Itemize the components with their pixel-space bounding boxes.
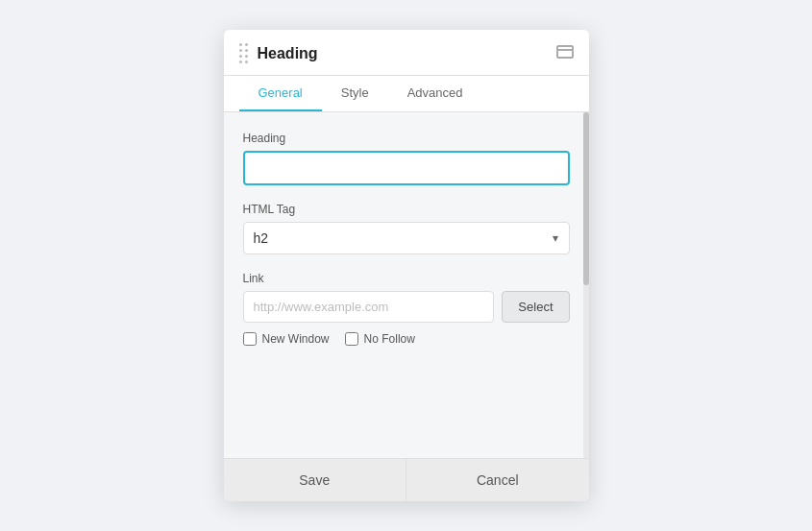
html-tag-label: HTML Tag bbox=[243, 203, 570, 216]
tab-style[interactable]: Style bbox=[322, 76, 388, 111]
no-follow-checkbox[interactable] bbox=[345, 332, 358, 346]
new-window-checkbox[interactable] bbox=[243, 332, 257, 346]
heading-input[interactable] bbox=[243, 151, 570, 185]
new-window-checkbox-label[interactable]: New Window bbox=[243, 332, 330, 346]
link-field-group: Link Select New Window No Follow bbox=[243, 272, 570, 346]
html-tag-field-group: HTML Tag h2 h1 h3 h4 h5 h6 div span p ▾ bbox=[243, 203, 570, 254]
select-button[interactable]: Select bbox=[502, 291, 569, 323]
scrollbar-track[interactable] bbox=[583, 112, 589, 458]
dialog: Heading General Style Advanced Heading H… bbox=[224, 30, 589, 501]
html-tag-select-wrapper: h2 h1 h3 h4 h5 h6 div span p ▾ bbox=[243, 222, 570, 254]
checkbox-row: New Window No Follow bbox=[243, 332, 570, 346]
dialog-title: Heading bbox=[258, 45, 318, 62]
dialog-footer: Save Cancel bbox=[224, 458, 589, 501]
html-tag-select[interactable]: h2 h1 h3 h4 h5 h6 div span p bbox=[243, 222, 570, 254]
link-row: Select bbox=[243, 291, 570, 323]
save-button[interactable]: Save bbox=[224, 459, 406, 501]
dialog-title-row: Heading bbox=[239, 43, 318, 75]
heading-label: Heading bbox=[243, 132, 570, 145]
link-input[interactable] bbox=[243, 291, 495, 323]
drag-handle bbox=[239, 43, 248, 63]
tabs: General Style Advanced bbox=[224, 76, 589, 112]
tab-advanced[interactable]: Advanced bbox=[388, 76, 482, 111]
link-label: Link bbox=[243, 272, 570, 285]
tab-general[interactable]: General bbox=[239, 76, 322, 111]
dialog-body: Heading HTML Tag h2 h1 h3 h4 h5 h6 div s… bbox=[224, 112, 589, 458]
cancel-button[interactable]: Cancel bbox=[406, 459, 589, 501]
window-icon[interactable] bbox=[556, 45, 574, 59]
new-window-label: New Window bbox=[262, 332, 330, 346]
scrollbar-thumb[interactable] bbox=[583, 112, 589, 285]
heading-field-group: Heading bbox=[243, 132, 570, 185]
no-follow-label: No Follow bbox=[364, 332, 415, 346]
dialog-header: Heading bbox=[224, 30, 589, 76]
no-follow-checkbox-label[interactable]: No Follow bbox=[345, 332, 415, 346]
